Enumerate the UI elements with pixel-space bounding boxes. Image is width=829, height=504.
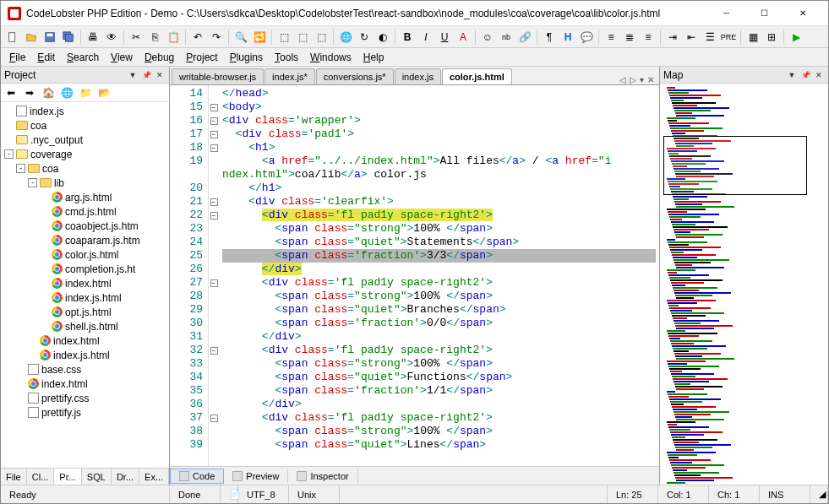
tree-item[interactable]: opt.js.html [3,305,167,319]
panel-dropdown-icon[interactable]: ▼ [127,69,139,81]
maximize-button[interactable]: ☐ [745,2,783,25]
pre-icon[interactable]: PRE [720,29,737,46]
indent-icon[interactable]: ⇥ [664,29,681,46]
menu-project[interactable]: Project [181,50,222,65]
menu-help[interactable]: Help [358,50,390,65]
table-icon[interactable]: ▦ [744,29,761,46]
find-icon[interactable]: 🔍 [232,29,249,46]
view-tab-preview[interactable]: Preview [224,469,288,483]
menu-plugins[interactable]: Plugins [225,50,268,65]
new-folder-icon[interactable]: 📁 [77,84,94,101]
tool-icon[interactable]: ◐ [374,29,391,46]
list-icon[interactable]: ☰ [701,29,718,46]
status-encoding-icon[interactable]: 📄 [221,485,238,503]
code-line[interactable]: <div class='fl pad1y space-right2'> [222,209,656,222]
minimap[interactable] [660,84,828,485]
code-editor[interactable]: 1415161718192021222324252627282930313233… [170,85,659,466]
fold-toggle-icon[interactable]: − [210,104,218,111]
tree-item[interactable]: index.html [3,276,167,290]
tree-item[interactable]: -lib [3,176,167,190]
status-encoding[interactable]: UTF_8 [238,485,289,503]
run-icon[interactable]: ▶ [788,29,804,46]
redo-icon[interactable]: ↷ [208,29,225,46]
tree-item[interactable]: index.html [3,333,167,348]
code-line[interactable]: <span class="strong">100% </span> [222,425,656,438]
project-tree[interactable]: index.jscoa.nyc_output-coverage-coa-liba… [1,102,169,468]
code-line[interactable]: <a href="../../index.html">All files</a>… [222,154,656,168]
editor-tab[interactable]: writable-browser.js [172,68,264,84]
grid-icon[interactable]: ⊞ [763,29,780,46]
tree-item[interactable]: index.js.html [3,348,167,362]
project-tab[interactable]: SQL [82,469,112,485]
cut-icon[interactable]: ✂ [128,29,145,46]
forward-icon[interactable]: ➡ [21,84,38,101]
save-all-icon[interactable] [60,29,77,46]
align-left-icon[interactable]: ≡ [603,29,619,46]
minimap-viewport[interactable] [663,136,807,195]
project-tab[interactable]: Cl... [27,469,55,485]
undo-icon[interactable]: ↶ [189,29,206,46]
pilcrow-icon[interactable]: ¶ [541,29,558,46]
fold-toggle-icon[interactable]: − [210,131,218,138]
code-line[interactable]: <div class='clearfix'> [222,195,656,209]
home-icon[interactable]: 🏠 [40,84,57,101]
save-icon[interactable] [41,29,58,46]
tree-item[interactable]: index.js.html [3,290,167,305]
tool-icon[interactable]: ⬚ [294,29,311,46]
code-line[interactable]: </head> [222,87,656,100]
align-right-icon[interactable]: ≡ [640,29,657,46]
tree-item[interactable]: prettify.css [3,391,167,405]
tree-item[interactable]: completion.js.ht [3,262,167,276]
code-line[interactable]: </h1> [222,182,656,195]
font-color-icon[interactable]: A [455,29,472,46]
tab-next-icon[interactable]: ▷ [630,75,636,84]
panel-dropdown-icon[interactable]: ▼ [786,69,798,81]
project-tab[interactable]: Pr... [54,469,82,485]
underline-icon[interactable]: U [436,29,453,46]
tab-close-icon[interactable]: ✕ [647,75,654,84]
menu-file[interactable]: File [4,50,30,65]
code-line[interactable]: <div class='fl pad1y space-right2'> [222,411,656,425]
tree-item[interactable]: cmd.js.html [3,204,167,219]
panel-pin-icon[interactable]: 📌 [140,69,152,81]
code-line[interactable]: <span class='fraction'>0/0</span> [222,317,656,330]
code-line[interactable]: </div> [222,263,656,276]
code-line[interactable]: <span class="quiet">Functions</span> [222,371,656,384]
view-tab-inspector[interactable]: Inspector [288,469,357,483]
fold-toggle-icon[interactable]: − [210,117,218,125]
fold-gutter[interactable]: −−−−−−−−− [209,85,219,466]
menu-view[interactable]: View [106,50,138,65]
code-line[interactable]: <body> [222,100,656,114]
code-content[interactable]: </head><body><div class='wrapper'> <div … [219,85,659,466]
tool-icon[interactable]: ⬚ [275,29,292,46]
tree-item[interactable]: -coverage [3,147,167,161]
heading-icon[interactable]: H [559,29,576,46]
italic-icon[interactable]: I [417,29,434,46]
tool-icon[interactable]: ⬚ [313,29,330,46]
back-icon[interactable]: ⬅ [3,84,19,101]
fold-toggle-icon[interactable]: − [210,415,218,422]
tree-item[interactable]: color.js.html [3,247,167,262]
new-file-icon[interactable] [4,29,21,46]
project-tab[interactable]: Ex... [139,469,169,485]
menu-windows[interactable]: Windows [305,50,357,65]
code-line[interactable]: <span class="strong">100% </span> [222,357,656,371]
panel-close-icon[interactable]: ✕ [813,69,825,81]
tab-prev-icon[interactable]: ◁ [619,75,626,84]
status-eol[interactable]: Unix [289,485,340,503]
tree-item[interactable]: .nyc_output [3,133,167,147]
align-center-icon[interactable]: ≣ [621,29,638,46]
open-icon[interactable] [23,29,40,46]
code-line[interactable]: <div class='fl pad1y space-right2'> [222,276,656,290]
bold-icon[interactable]: B [399,29,416,46]
tree-item[interactable]: base.css [3,362,167,377]
status-insert[interactable]: INS [760,485,810,503]
tree-item[interactable]: -coa [3,161,167,176]
tree-item[interactable]: coaobject.js.htm [3,219,167,233]
code-line[interactable]: <span class='fraction'>3/3</span> [222,249,656,263]
code-line[interactable]: <div class='wrapper'> [222,114,656,127]
code-line[interactable]: <h1> [222,141,656,154]
tree-item[interactable]: index.js [3,104,167,118]
tree-item[interactable]: index.html [3,377,167,391]
code-line[interactable]: <span class="strong">100% </span> [222,290,656,303]
